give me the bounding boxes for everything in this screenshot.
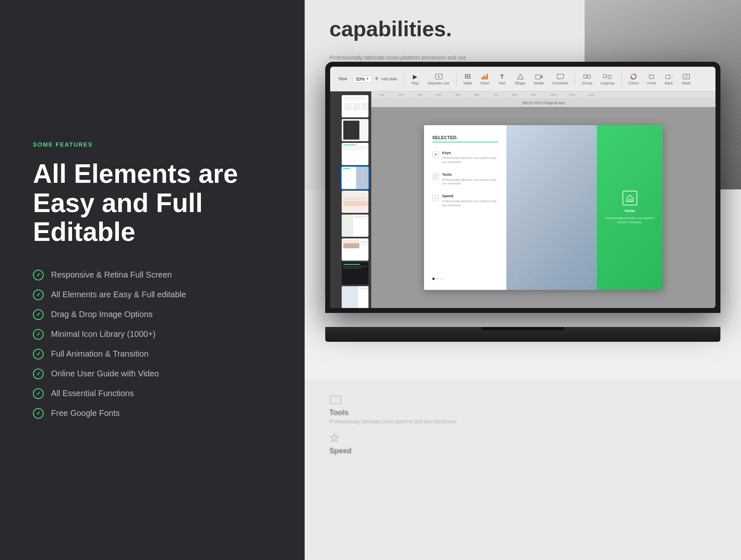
home-icon bbox=[622, 191, 637, 205]
slide-thumb[interactable] bbox=[342, 191, 368, 213]
zoom-value: 50% bbox=[356, 77, 365, 82]
home-description: Professionally fabricate cross platform … bbox=[605, 216, 655, 224]
svg-marker-25 bbox=[330, 434, 338, 442]
add-slide-icon[interactable]: + bbox=[374, 75, 379, 83]
slide-feature-keys: ⌘ Keys Professionally fabricate cross pl… bbox=[432, 151, 498, 164]
svg-rect-7 bbox=[584, 75, 587, 78]
slide-thumb[interactable] bbox=[342, 143, 368, 165]
front-button[interactable]: Front bbox=[644, 72, 659, 86]
slide-thumb[interactable] bbox=[342, 95, 368, 117]
slide-dot-active bbox=[432, 278, 435, 280]
slide-white-section: SELECTED. ⌘ Keys Professionally fabricat… bbox=[424, 125, 506, 290]
check-icon bbox=[33, 369, 44, 379]
slide-arch-section bbox=[506, 125, 597, 290]
list-item: Online User Guide with Video bbox=[33, 369, 288, 379]
laptop-base bbox=[325, 327, 720, 342]
bottom-tools-title: Tools bbox=[329, 408, 716, 417]
slide-row: 32 bbox=[339, 215, 371, 237]
main-heading: All Elements are Easy and Full Editable bbox=[33, 159, 288, 246]
shape-icon bbox=[516, 73, 525, 80]
ruler-bar: 100 200 300 400 500 600 700 800 900 1000… bbox=[371, 91, 715, 99]
background-slide-bottom: Tools Professionally fabricate cross pla… bbox=[305, 379, 741, 560]
slide-thumb[interactable] bbox=[342, 238, 368, 261]
back-button[interactable]: Back bbox=[661, 72, 677, 86]
slides-panel: 27 bbox=[330, 91, 371, 308]
colors-icon bbox=[629, 73, 638, 80]
mask-icon bbox=[682, 73, 691, 80]
chart-button[interactable]: Chart bbox=[477, 72, 493, 86]
slide-row: 35 bbox=[339, 286, 371, 308]
colors-button[interactable]: Colors bbox=[625, 72, 642, 86]
svg-point-1 bbox=[438, 76, 440, 77]
slide-dot bbox=[436, 278, 439, 280]
mask-button[interactable]: Mask bbox=[678, 72, 694, 86]
media-button[interactable]: Media bbox=[531, 72, 548, 86]
list-item: Free Google Fonts bbox=[33, 408, 288, 419]
play-button[interactable]: ▶ Play bbox=[408, 72, 423, 86]
toolbar-divider-1 bbox=[404, 72, 404, 86]
group-button[interactable]: Group bbox=[578, 72, 595, 86]
toolbar-divider-3 bbox=[575, 72, 575, 86]
svg-marker-2 bbox=[517, 74, 523, 79]
comment-button[interactable]: Comment bbox=[549, 72, 571, 86]
front-icon bbox=[647, 73, 656, 80]
check-icon bbox=[33, 270, 44, 280]
group-icon bbox=[583, 73, 592, 80]
slide-thumb-active[interactable] bbox=[342, 167, 368, 189]
laptop-hinge bbox=[482, 327, 564, 330]
keynote-toolbar: View 50% ▼ + Add Slide ▶ bbox=[330, 67, 715, 91]
svg-rect-9 bbox=[604, 75, 606, 78]
view-button[interactable]: View bbox=[335, 75, 351, 83]
slide-brand: SELECTED. bbox=[432, 135, 498, 142]
text-button[interactable]: T Text bbox=[494, 72, 510, 86]
keynote-live-button[interactable]: Keynote Live bbox=[425, 72, 453, 86]
list-item: All Essential Functions bbox=[33, 388, 288, 399]
slide-row: 34 bbox=[339, 262, 371, 285]
svg-rect-3 bbox=[536, 75, 541, 79]
table-button[interactable]: Table bbox=[460, 72, 475, 86]
text-icon: T bbox=[498, 73, 507, 80]
slide-row: 28 bbox=[339, 119, 371, 141]
list-item: Full Animation & Transition bbox=[33, 349, 288, 359]
toolbar-divider-4 bbox=[621, 72, 622, 86]
list-item: All Elements are Easy & Full editable bbox=[33, 289, 288, 300]
slide-feature-tools: ☐ Tools Professionally fabricate cross p… bbox=[432, 173, 498, 186]
toolbar-left-controls: View 50% ▼ + Add Slide bbox=[335, 75, 397, 83]
svg-rect-12 bbox=[650, 75, 654, 79]
play-icon: ▶ bbox=[411, 73, 420, 80]
slide-thumb[interactable] bbox=[342, 262, 368, 285]
left-panel: SOME FEATURES All Elements are Easy and … bbox=[0, 0, 321, 560]
ungroup-button[interactable]: Ungroup bbox=[597, 72, 618, 86]
right-panel: capabilities. Professionally fabricate c… bbox=[305, 0, 741, 560]
slide-row: 30 bbox=[339, 167, 371, 189]
slide-canvas-area: SELECTED. ⌘ Keys Professionally fabricat… bbox=[371, 107, 715, 308]
slide-dot bbox=[440, 278, 443, 280]
slides-panel-inner: 27 bbox=[330, 95, 371, 308]
slide-thumb[interactable] bbox=[342, 286, 368, 308]
laptop-screen: View 50% ▼ + Add Slide ▶ bbox=[330, 67, 715, 308]
back-icon bbox=[664, 73, 673, 80]
slide-feature-speed: ⚡ Speed Professionally fabricate cross p… bbox=[432, 194, 498, 208]
shape-button[interactable]: Shape bbox=[512, 72, 529, 86]
zoom-chevron-icon: ▼ bbox=[366, 77, 369, 81]
bottom-speed-title: Speed bbox=[329, 447, 716, 455]
svg-rect-10 bbox=[608, 75, 611, 79]
zoom-control[interactable]: 50% ▼ bbox=[353, 75, 372, 83]
slide-thumb[interactable] bbox=[342, 119, 368, 141]
list-item: Responsive & Retina Full Screen bbox=[33, 270, 288, 280]
svg-rect-5 bbox=[557, 74, 564, 79]
feature-text-speed: Speed Professionally fabricate cross pla… bbox=[442, 194, 498, 208]
laptop: View 50% ▼ + Add Slide ▶ bbox=[325, 62, 720, 342]
svg-rect-24 bbox=[330, 396, 341, 404]
toolbar-divider-2 bbox=[456, 72, 457, 86]
slide-thumb[interactable] bbox=[342, 215, 368, 237]
keynote-canvas: 100 200 300 400 500 600 700 800 900 1000… bbox=[371, 91, 715, 308]
svg-marker-22 bbox=[627, 195, 633, 201]
keynote-body: 27 bbox=[330, 91, 715, 308]
check-icon bbox=[33, 329, 44, 340]
current-slide: SELECTED. ⌘ Keys Professionally fabricat… bbox=[424, 125, 663, 290]
comment-icon bbox=[556, 73, 565, 80]
speed-icon: ⚡ bbox=[432, 195, 439, 201]
check-icon bbox=[33, 349, 44, 359]
section-label: SOME FEATURES bbox=[33, 141, 288, 148]
